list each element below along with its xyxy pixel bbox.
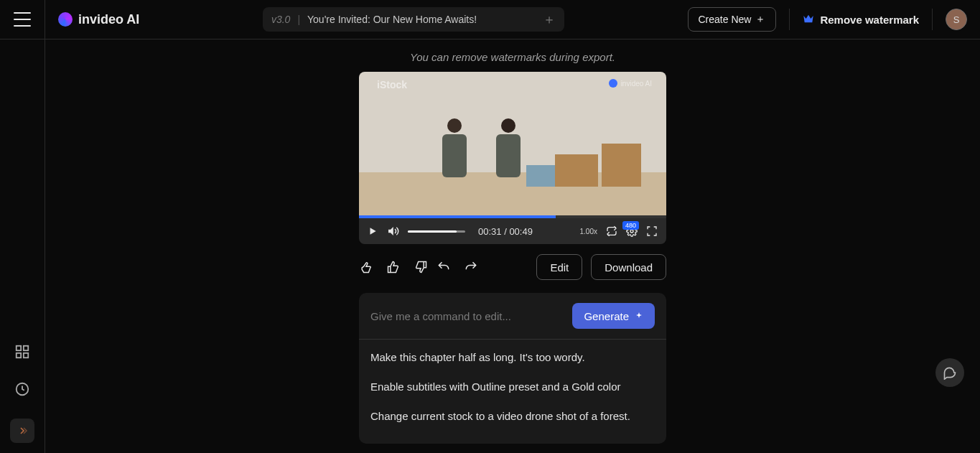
edit-button[interactable]: Edit xyxy=(536,254,582,280)
title-separator: | xyxy=(297,14,300,25)
history-group xyxy=(437,260,478,274)
feedback-group xyxy=(359,260,428,274)
generate-button[interactable]: Generate xyxy=(572,303,655,329)
remove-watermark-link[interactable]: Remove watermark xyxy=(803,14,919,26)
user-avatar[interactable]: S xyxy=(946,9,967,30)
header-center: v3.0 | You're Invited: Our New Home Awai… xyxy=(139,7,687,32)
action-row: Edit Download xyxy=(359,254,666,280)
video-frame[interactable]: iStock invideo AI xyxy=(359,72,666,215)
create-new-label: Create New xyxy=(699,14,752,25)
clap-icon[interactable] xyxy=(359,260,373,274)
divider xyxy=(932,9,933,30)
brand-text: invideo AI xyxy=(78,12,139,27)
play-icon[interactable] xyxy=(368,226,378,236)
svg-rect-0 xyxy=(17,346,21,350)
player-controls: 00:31 / 00:49 1.00x 480 xyxy=(359,218,666,244)
divider xyxy=(789,9,790,30)
suggestion-item[interactable]: Make this chapter half as long. It's too… xyxy=(370,342,655,372)
app-header: invideo AI v3.0 | You're Invited: Our Ne… xyxy=(0,0,980,39)
sparkle-icon xyxy=(635,310,643,322)
volume-slider[interactable] xyxy=(408,230,465,233)
progress-bar[interactable] xyxy=(359,215,666,218)
command-input[interactable] xyxy=(370,310,565,322)
volume-icon[interactable] xyxy=(386,225,399,238)
generate-label: Generate xyxy=(584,310,629,322)
grid-icon[interactable] xyxy=(14,344,30,360)
fullscreen-icon[interactable] xyxy=(646,225,658,237)
crown-icon xyxy=(803,14,814,26)
download-button[interactable]: Download xyxy=(591,254,666,280)
stock-watermark: iStock xyxy=(377,79,407,90)
loop-icon[interactable] xyxy=(606,225,617,237)
speed-label[interactable]: 1.00x xyxy=(580,228,597,235)
redo-icon[interactable] xyxy=(464,260,478,274)
prompt-top: Generate xyxy=(370,303,655,329)
thumbs-up-icon[interactable] xyxy=(386,260,401,274)
video-player: iStock invideo AI 00:31 / 00:49 1.00x xyxy=(359,72,666,244)
settings-icon[interactable]: 480 xyxy=(626,225,638,237)
expand-sidebar-button[interactable] xyxy=(10,419,34,443)
undo-icon[interactable] xyxy=(437,260,451,274)
header-right: Create New ＋ Remove watermark S xyxy=(688,7,968,32)
svg-point-5 xyxy=(630,230,633,233)
project-title-pill[interactable]: v3.0 | You're Invited: Our New Home Awai… xyxy=(263,7,564,32)
header-left xyxy=(0,0,45,39)
history-icon[interactable] xyxy=(14,381,30,397)
brand-logo-icon xyxy=(58,12,73,27)
export-note: You can remove watermarks during export. xyxy=(410,51,615,63)
divider xyxy=(359,339,666,340)
plus-icon: ＋ xyxy=(755,13,765,26)
menu-icon[interactable] xyxy=(14,12,31,27)
suggestion-item[interactable]: Change current stock to a video drone sh… xyxy=(370,401,655,431)
version-label: v3.0 xyxy=(271,14,290,25)
quality-badge: 480 xyxy=(622,221,639,230)
brand-watermark: invideo AI xyxy=(609,79,652,88)
create-new-button[interactable]: Create New ＋ xyxy=(688,7,777,32)
plus-icon[interactable]: ＋ xyxy=(543,13,556,26)
chat-button[interactable] xyxy=(935,358,964,387)
svg-rect-1 xyxy=(24,346,28,350)
suggestion-item[interactable]: Enable subtitles with Outline preset and… xyxy=(370,372,655,401)
prompt-panel: Generate Make this chapter half as long.… xyxy=(359,293,666,444)
brand[interactable]: invideo AI xyxy=(58,12,139,27)
svg-rect-3 xyxy=(24,353,28,358)
main-area: You can remove watermarks during export.… xyxy=(45,39,980,453)
svg-rect-2 xyxy=(17,353,21,358)
avatar-initial: S xyxy=(953,14,960,25)
project-title: You're Invited: Our New Home Awaits! xyxy=(307,14,477,25)
remove-watermark-label: Remove watermark xyxy=(820,14,919,26)
time-display: 00:31 / 00:49 xyxy=(478,226,533,237)
sidebar xyxy=(0,39,45,453)
thumbs-down-icon[interactable] xyxy=(414,260,428,274)
